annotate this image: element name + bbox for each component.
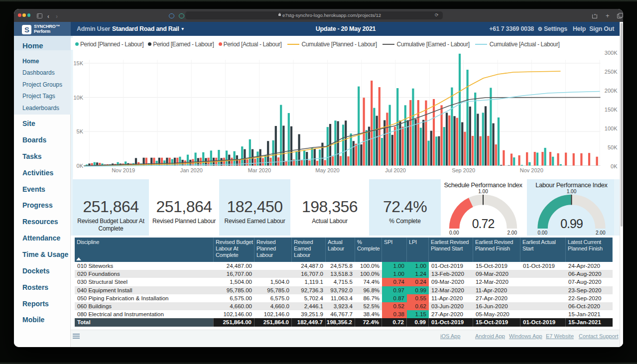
- svg-text:250K: 250K: [604, 69, 617, 75]
- svg-text:5K: 5K: [76, 128, 83, 134]
- svg-text:150K: 150K: [604, 107, 617, 113]
- svg-text:Sep 2020: Sep 2020: [452, 167, 475, 173]
- svg-text:Mar 2020: Mar 2020: [248, 167, 270, 173]
- svg-text:10K: 10K: [73, 95, 83, 101]
- svg-text:Nov 2019: Nov 2019: [112, 167, 135, 173]
- svg-text:200K: 200K: [604, 88, 617, 94]
- svg-text:Nov 2020: Nov 2020: [519, 167, 543, 173]
- svg-text:0K: 0K: [76, 163, 83, 169]
- svg-text:50K: 50K: [607, 144, 617, 150]
- svg-text:Jul 2020: Jul 2020: [385, 167, 406, 173]
- svg-text:0K: 0K: [611, 163, 618, 169]
- svg-text:May 2020: May 2020: [315, 167, 339, 173]
- svg-text:Jan 2020: Jan 2020: [180, 167, 202, 173]
- svg-text:100K: 100K: [604, 125, 617, 131]
- svg-text:15K: 15K: [73, 60, 83, 66]
- svg-text:300K: 300K: [604, 50, 617, 56]
